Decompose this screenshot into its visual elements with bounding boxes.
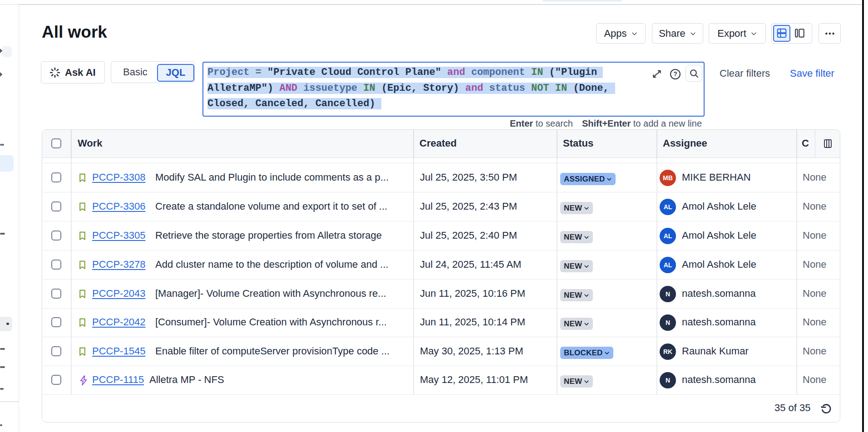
svg-text:?: ?	[673, 70, 677, 78]
